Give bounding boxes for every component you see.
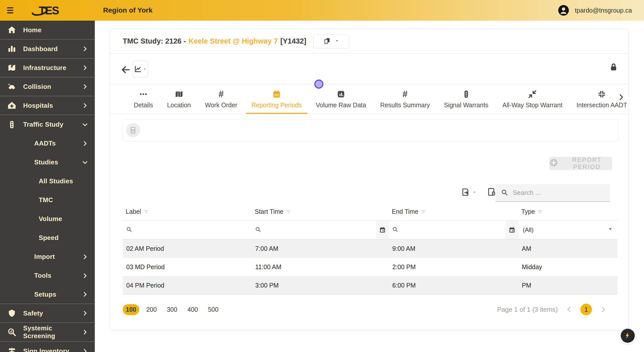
filter-end-time-input[interactable] <box>389 221 518 239</box>
tab-results-summary[interactable]: # Results Summary <box>373 84 437 114</box>
table-footer: 100 200 300 400 500 Page 1 of 1 (3 items… <box>123 304 617 315</box>
sidebar-item-import[interactable]: Import <box>0 247 95 266</box>
chevron-down-icon <box>82 159 88 166</box>
sidebar-item-dashboard[interactable]: Dashboard <box>0 40 95 58</box>
filter-icon[interactable] <box>421 210 425 213</box>
study-card: TMC Study: 2126 -Keele Street @ Highway … <box>110 29 629 330</box>
table-row[interactable]: 04 PM Period 3:00 PM 6:00 PM PM <box>123 276 618 295</box>
study-location-link[interactable]: Keele Street @ Highway 7 <box>188 37 278 45</box>
sidebar-item-sign-inventory[interactable]: Sign Inventory <box>0 342 95 352</box>
previous-page-icon[interactable] <box>565 306 573 313</box>
tes-logo: TES <box>18 3 80 17</box>
tab-reporting-periods[interactable]: Reporting Periods <box>244 84 309 114</box>
sidebar-item-speed[interactable]: Speed <box>0 228 95 247</box>
calendar-picker-icon[interactable] <box>506 221 518 239</box>
column-chooser-icon[interactable] <box>487 187 496 198</box>
hash-icon: # <box>403 89 408 99</box>
page-size-300[interactable]: 300 <box>164 304 180 315</box>
tabs-scroll-right-icon[interactable] <box>617 93 625 102</box>
chevron-right-icon <box>82 329 88 335</box>
chevron-down-icon <box>82 121 88 128</box>
search-chart-icon <box>7 327 17 337</box>
collapse-corners-icon <box>597 89 606 99</box>
sidebar-item-volume[interactable]: Volume <box>0 209 95 228</box>
cursor-indicator <box>314 80 323 89</box>
sidebar-item-aadts[interactable]: AADTs <box>0 134 95 153</box>
page-title: Region of York <box>103 6 153 14</box>
filter-type-dropdown[interactable]: (All) <box>521 226 618 233</box>
table-row[interactable]: 02 AM Period 7:00 AM 9:00 AM AM <box>123 239 618 258</box>
page-number-1[interactable]: 1 <box>580 304 592 315</box>
page-size-500[interactable]: 500 <box>205 304 222 315</box>
chevron-right-icon <box>82 310 88 316</box>
tab-all-way-stop-warrant[interactable]: All-Way Stop Warrant <box>495 84 569 114</box>
export-button[interactable] <box>461 188 477 197</box>
page-size-100[interactable]: 100 <box>123 304 139 315</box>
filter-label-input[interactable] <box>123 221 252 239</box>
caret-down-icon <box>334 38 339 44</box>
bar-chart-square-icon <box>336 89 346 99</box>
column-header-label[interactable]: Label <box>126 208 141 215</box>
chevron-right-icon <box>82 254 88 260</box>
calendar-picker-icon[interactable] <box>376 221 389 239</box>
tab-details[interactable]: Details <box>127 84 160 114</box>
hamburger-menu-icon[interactable] <box>0 0 18 21</box>
sidebar: Home Dashboard Infrastructure Collision … <box>0 21 95 352</box>
user-email[interactable]: tpardo@tnsgroup.ca <box>575 7 632 14</box>
plus-circle-icon <box>549 158 558 169</box>
caret-down-icon <box>143 67 147 71</box>
filter-icon[interactable] <box>538 210 542 213</box>
ellipsis-icon <box>139 89 148 99</box>
study-title-row: TMC Study: 2126 -Keele Street @ Highway … <box>110 29 628 54</box>
shield-icon <box>7 308 17 318</box>
next-page-icon[interactable] <box>599 306 607 313</box>
sidebar-item-collision[interactable]: Collision <box>0 77 95 96</box>
study-title: TMC Study: 2126 -Keele Street @ Highway … <box>123 37 306 45</box>
table-header-row: Label Start Time End Time Type <box>123 203 618 221</box>
sidebar-item-tmc[interactable]: TMC <box>0 191 95 209</box>
tab-location[interactable]: Location <box>160 84 198 114</box>
sidebar-item-safety[interactable]: Safety <box>0 304 95 323</box>
bolt-icon <box>624 332 631 340</box>
reporting-periods-table: Label Start Time End Time Type (All) <box>123 203 618 295</box>
sidebar-item-hospitals[interactable]: Hospitals <box>0 96 95 115</box>
column-header-start-time[interactable]: Start Time <box>255 208 283 215</box>
column-header-type[interactable]: Type <box>521 208 535 215</box>
back-arrow-icon[interactable] <box>121 65 131 76</box>
tab-signal-warrants[interactable]: Signal Warrants <box>437 84 495 114</box>
sidebar-item-all-studies[interactable]: All Studies <box>0 172 95 191</box>
chevron-right-icon <box>82 140 88 147</box>
copy-study-button[interactable] <box>313 34 349 48</box>
filter-icon[interactable] <box>144 210 148 213</box>
filter-icon[interactable] <box>286 210 290 213</box>
infrastructure-map-icon <box>7 63 17 73</box>
grid-toolbar <box>110 184 628 202</box>
table-row[interactable]: 03 MD Period 11:00 AM 2:00 PM Midday <box>123 258 618 276</box>
sidebar-item-tools[interactable]: Tools <box>0 266 95 285</box>
filter-start-time-input[interactable] <box>252 221 389 239</box>
search-icon <box>392 226 398 234</box>
sidebar-item-infrastructure[interactable]: Infrastructure <box>0 58 95 77</box>
search-input[interactable] <box>513 189 605 197</box>
page-size-200[interactable]: 200 <box>143 304 160 315</box>
svg-text:TES: TES <box>39 4 59 17</box>
chevron-right-icon <box>82 46 88 52</box>
tab-volume-raw-data[interactable]: Volume Raw Data <box>309 84 373 114</box>
home-icon <box>7 25 17 35</box>
chart-view-button[interactable] <box>133 61 148 77</box>
calendar-icon <box>272 89 281 99</box>
sidebar-item-traffic-study[interactable]: Traffic Study <box>0 115 95 134</box>
feedback-fab-button[interactable] <box>621 329 635 343</box>
sidebar-item-studies[interactable]: Studies <box>0 153 95 172</box>
lock-icon <box>609 62 618 73</box>
sidebar-item-systemic-screening[interactable]: Systemic Screening <box>0 323 95 342</box>
report-period-button[interactable]: REPORT PERIOD <box>549 157 612 170</box>
page-size-400[interactable]: 400 <box>184 304 201 315</box>
tab-work-order[interactable]: # Work Order <box>198 84 244 114</box>
avatar[interactable] <box>558 5 569 16</box>
page-info: Page 1 of 1 (3 items) <box>497 306 558 313</box>
column-header-end-time[interactable]: End Time <box>392 208 418 215</box>
sidebar-item-home[interactable]: Home <box>0 21 95 40</box>
sidebar-item-setups[interactable]: Setups <box>0 285 95 304</box>
compress-arrows-icon <box>528 89 537 99</box>
